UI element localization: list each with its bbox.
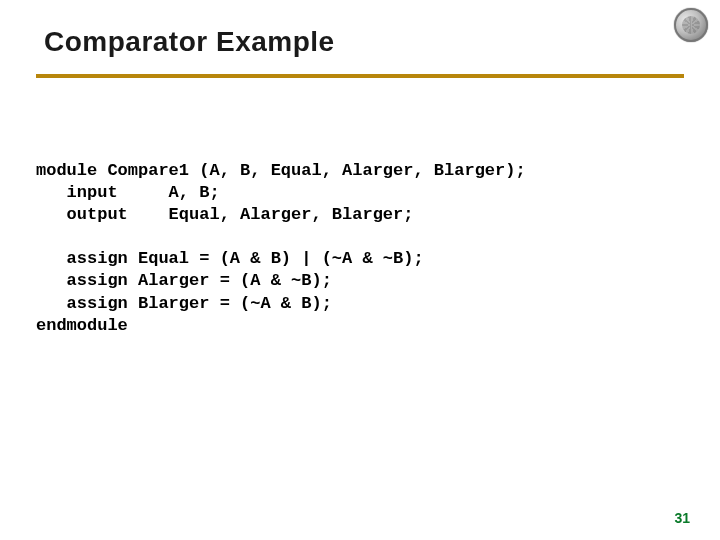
code-line: assign Equal = (A & B) | (~A & ~B); <box>36 249 424 268</box>
page-number: 31 <box>674 510 690 526</box>
code-line: module Compare1 (A, B, Equal, Alarger, B… <box>36 161 526 180</box>
title-underline <box>36 74 684 78</box>
code-line: input A, B; <box>36 183 220 202</box>
code-line: assign Blarger = (~A & B); <box>36 294 332 313</box>
page-title: Comparator Example <box>44 26 335 58</box>
seal-logo-icon <box>674 8 708 42</box>
code-line: endmodule <box>36 316 128 335</box>
slide: Comparator Example module Compare1 (A, B… <box>0 0 720 540</box>
code-line: assign Alarger = (A & ~B); <box>36 271 332 290</box>
code-line: output Equal, Alarger, Blarger; <box>36 205 413 224</box>
code-block: module Compare1 (A, B, Equal, Alarger, B… <box>36 160 526 337</box>
